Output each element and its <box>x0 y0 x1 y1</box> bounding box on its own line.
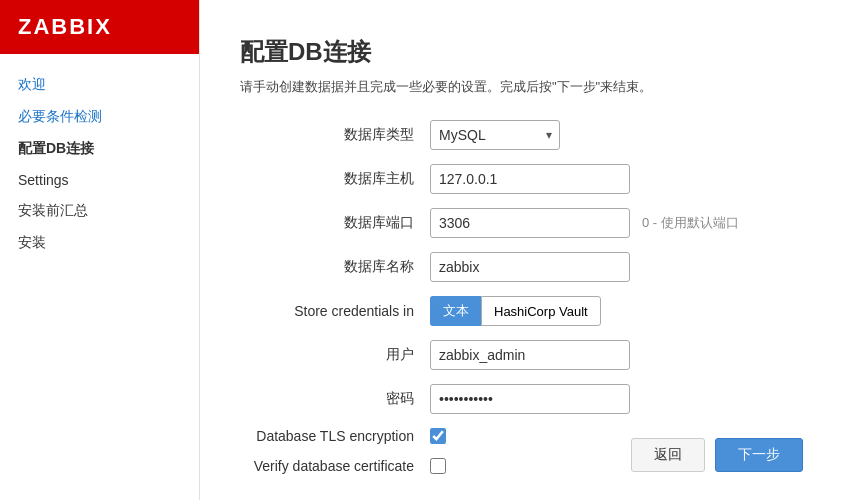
db-host-label: 数据库主机 <box>240 170 430 188</box>
sidebar-item-summary[interactable]: 安装前汇总 <box>18 200 181 222</box>
db-host-input[interactable] <box>430 164 630 194</box>
tls-checkbox[interactable] <box>430 428 446 444</box>
password-input[interactable] <box>430 384 630 414</box>
store-cred-group: 文本 HashiCorp Vault <box>430 296 601 326</box>
db-port-input[interactable] <box>430 208 630 238</box>
logo-text: ZABBIX <box>18 14 112 39</box>
db-type-select-wrapper: MySQL PostgreSQL ▾ <box>430 120 560 150</box>
db-type-select[interactable]: MySQL PostgreSQL <box>430 120 560 150</box>
verify-cert-checkbox[interactable] <box>430 458 446 474</box>
sidebar-nav: 欢迎 必要条件检测 配置DB连接 Settings 安装前汇总 安装 <box>0 74 199 254</box>
tls-label: Database TLS encryption <box>240 428 430 444</box>
main-content: 配置DB连接 请手动创建数据据并且完成一些必要的设置。完成后按"下一步"来结束。… <box>200 0 843 500</box>
db-name-input[interactable] <box>430 252 630 282</box>
page-description: 请手动创建数据据并且完成一些必要的设置。完成后按"下一步"来结束。 <box>240 78 803 96</box>
password-row: 密码 <box>240 384 803 414</box>
verify-cert-label: Verify database certificate <box>240 458 430 474</box>
store-cred-row: Store credentials in 文本 HashiCorp Vault <box>240 296 803 326</box>
db-port-hint: 0 - 使用默认端口 <box>642 214 739 232</box>
db-name-row: 数据库名称 <box>240 252 803 282</box>
store-cred-label: Store credentials in <box>240 303 430 319</box>
sidebar-item-prereq[interactable]: 必要条件检测 <box>18 106 181 128</box>
db-port-label: 数据库端口 <box>240 214 430 232</box>
sidebar-item-welcome[interactable]: 欢迎 <box>18 74 181 96</box>
next-button[interactable]: 下一步 <box>715 438 803 472</box>
sidebar-item-dbconfig[interactable]: 配置DB连接 <box>18 138 181 160</box>
db-name-label: 数据库名称 <box>240 258 430 276</box>
db-type-row: 数据库类型 MySQL PostgreSQL ▾ <box>240 120 803 150</box>
user-label: 用户 <box>240 346 430 364</box>
db-type-label: 数据库类型 <box>240 126 430 144</box>
user-row: 用户 <box>240 340 803 370</box>
db-port-row: 数据库端口 0 - 使用默认端口 <box>240 208 803 238</box>
sidebar: ZABBIX 欢迎 必要条件检测 配置DB连接 Settings 安装前汇总 安… <box>0 0 200 500</box>
store-cred-text-btn[interactable]: 文本 <box>430 296 481 326</box>
page-title: 配置DB连接 <box>240 36 803 68</box>
back-button[interactable]: 返回 <box>631 438 705 472</box>
sidebar-item-settings[interactable]: Settings <box>18 170 181 190</box>
password-label: 密码 <box>240 390 430 408</box>
db-config-form: 数据库类型 MySQL PostgreSQL ▾ 数据库主机 数据库端口 0 -… <box>240 120 803 488</box>
db-host-row: 数据库主机 <box>240 164 803 194</box>
user-input[interactable] <box>430 340 630 370</box>
footer-buttons: 返回 下一步 <box>631 438 803 472</box>
store-cred-vault-btn[interactable]: HashiCorp Vault <box>481 296 601 326</box>
logo: ZABBIX <box>0 0 199 54</box>
sidebar-item-install[interactable]: 安装 <box>18 232 181 254</box>
